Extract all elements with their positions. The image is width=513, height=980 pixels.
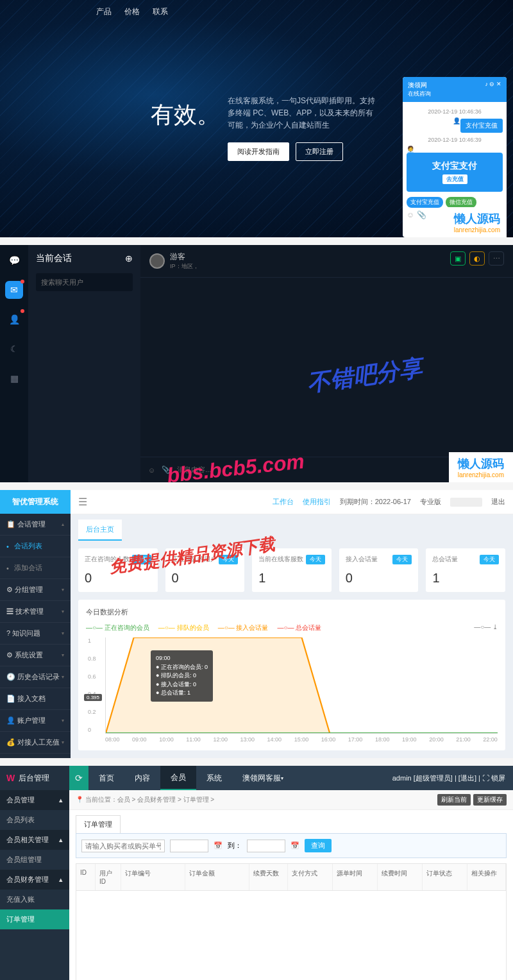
calendar-icon[interactable]: 📅 <box>290 841 299 850</box>
menu-docs[interactable]: 📄 接入文档 <box>0 688 71 710</box>
user-icon[interactable]: 👤 <box>5 310 23 328</box>
orders-tab[interactable]: 订单管理 <box>76 815 121 833</box>
action-button[interactable]: ▣ <box>450 251 466 266</box>
search-input[interactable] <box>36 273 133 291</box>
expire-label: 到期时间：2022-06-17 <box>340 497 411 507</box>
hero-description: 在线客服系统，一句JS代码即插即用。支持多终端 PC、WEB、APP，以及未来的… <box>228 95 375 132</box>
buyer-search-input[interactable] <box>81 840 165 852</box>
message-input[interactable]: 消息内容... <box>177 465 211 475</box>
quick-tag-wechat[interactable]: 微信充值 <box>446 197 476 208</box>
menu-group[interactable]: ⚙ 分组管理▾ <box>0 579 71 601</box>
side-member-list[interactable]: 会员列表 <box>0 810 69 830</box>
brand-watermark: 懒人源码 lanrenzhijia.com <box>449 452 513 482</box>
action-button[interactable]: ◐ <box>469 251 485 266</box>
chat-main: 游客 IP：地区， ▣ ◐ ⋯ ☺ 📎 消息内容... 不错吧分享 <box>140 245 513 482</box>
sidebar-title: 当前会话 <box>36 253 72 264</box>
system-logo: 智优管理系统 <box>0 490 71 514</box>
pay-link[interactable]: 去充值 <box>442 174 467 184</box>
calendar-icon[interactable]: 📅 <box>214 841 223 850</box>
side-group-member[interactable]: 会员管理▴ <box>0 790 69 810</box>
workbench-link[interactable]: 工作台 <box>273 497 294 507</box>
menu-session[interactable]: 📋 会话管理▴ <box>0 514 71 536</box>
col-renewtime: 续费时间 <box>378 864 423 890</box>
read-guide-button[interactable]: 阅读开发指南 <box>228 142 289 161</box>
admin-logo: W 后台管理 <box>0 766 69 790</box>
refresh-icon[interactable]: ⟳ <box>69 766 88 790</box>
stat-value: 0 <box>346 571 412 586</box>
menu-account[interactable]: 👤 账户管理▾ <box>0 710 71 732</box>
user-avatar-icon: 👤 <box>453 117 460 124</box>
col-actions: 相关操作 <box>467 864 506 890</box>
dashboard-tab[interactable]: 后台主页 <box>78 520 122 541</box>
nav-product[interactable]: 产品 <box>96 6 112 17</box>
admin-sidebar: 会员管理▴ 会员列表 会员相关管理▴ 会员组管理 会员财务管理▴ 充值入账 订单… <box>0 790 69 980</box>
side-recharge[interactable]: 充值入账 <box>0 890 69 909</box>
side-orders[interactable]: 订单管理 <box>0 909 69 929</box>
attach-icon[interactable]: 📎 <box>162 466 171 474</box>
nav-content[interactable]: 内容 <box>124 766 160 790</box>
menu-faq[interactable]: ? 知识问题▾ <box>0 623 71 645</box>
side-group-mgmt[interactable]: 会员组管理 <box>0 850 69 870</box>
menu-toggle-icon[interactable]: ☰ <box>78 496 87 508</box>
stat-value: 1 <box>432 571 499 586</box>
stat-card: 正在咨询的人数今天0 <box>78 548 158 592</box>
logout-link[interactable]: 退出 <box>491 497 505 507</box>
nav-system[interactable]: 系统 <box>196 766 232 790</box>
emoji-icon[interactable]: ☺ <box>148 466 155 474</box>
date-to-input[interactable] <box>247 840 285 852</box>
y-hover-badge: 0.395 <box>84 694 102 701</box>
menu-session-add[interactable]: 添加会话 <box>0 557 71 579</box>
nav-home[interactable]: 首页 <box>88 766 124 790</box>
edition-badge: 专业版 <box>420 497 441 507</box>
menu-recharge[interactable]: 💰 对接人工充值▾ <box>0 732 71 754</box>
date-from-input[interactable] <box>170 840 208 852</box>
register-button[interactable]: 立即注册 <box>296 142 343 161</box>
side-group-related[interactable]: 会员相关管理▴ <box>0 830 69 850</box>
nav-service[interactable]: 澳领网客服 ▾ <box>232 766 294 790</box>
guide-link[interactable]: 使用指引 <box>303 497 331 507</box>
table-header: ID 用户ID 订单编号 订单金额 续费天数 支付方式 源单时间 续费时间 订单… <box>76 864 506 891</box>
stat-label: 总会话量 <box>432 555 458 564</box>
chat-window-controls[interactable]: ♪ ⊖ ✕ <box>485 81 501 98</box>
stat-badge: 今天 <box>219 555 238 564</box>
menu-settings[interactable]: ⚙ 系统设置▾ <box>0 645 71 666</box>
user-placeholder <box>450 498 482 507</box>
col-status: 订单状态 <box>423 864 467 890</box>
menu-tech[interactable]: ☰ 技术管理▾ <box>0 601 71 623</box>
quick-tag-alipay[interactable]: 支付宝充值 <box>407 197 443 208</box>
hero-headline: 有效。 <box>151 99 220 131</box>
chart-legend: 正在咨询的会员 排队的会员 接入会话量 总会话量 ⤓ <box>86 623 498 632</box>
add-session-icon[interactable]: ⊕ <box>125 253 133 264</box>
download-icon[interactable]: ⤓ <box>474 623 498 632</box>
brand-name: 懒人源码 <box>458 456 504 471</box>
query-button[interactable]: 查询 <box>305 839 332 852</box>
stat-label: 正在排队的用户 <box>172 555 217 564</box>
filter-bar: 📅 到： 📅 查询 <box>76 833 507 858</box>
chat-admin-panel: 💬 ✉ 👤 ☾ ▦ 当前会话 ⊕ 游客 IP：地区， ▣ ◐ ⋯ <box>0 245 513 482</box>
pay-card[interactable]: 支付宝支付 去充值 <box>407 153 503 192</box>
more-icon[interactable]: ⋯ <box>489 251 504 266</box>
stat-label: 当前在线客服数 <box>258 555 303 564</box>
breadcrumb: 📍 当前位置：会员 > 会员财务管理 > 订单管理 > 刷新当前 更新缓存 <box>69 790 513 810</box>
side-group-finance[interactable]: 会员财务管理▴ <box>0 870 69 890</box>
logo-icon: W <box>6 773 15 783</box>
chat-title: 澳领网 <box>408 81 431 90</box>
table-body-empty <box>76 891 506 980</box>
menu-history[interactable]: 🕘 历史会话记录▾ <box>0 666 71 688</box>
user-info[interactable]: admin [超级管理员] | [退出] | ⛶ 锁屏 <box>392 773 513 783</box>
brand-name: 懒人源码 <box>454 211 500 226</box>
message-icon[interactable]: ✉ <box>5 281 23 299</box>
moon-icon[interactable]: ☾ <box>5 340 23 358</box>
management-panel: 智优管理系统 📋 会话管理▴ 会话列表 添加会话 ⚙ 分组管理▾ ☰ 技术管理▾… <box>0 490 513 758</box>
orders-table: ID 用户ID 订单编号 订单金额 续费天数 支付方式 源单时间 续费时间 订单… <box>76 863 507 980</box>
chat-bubble-icon[interactable]: 💬 <box>5 251 23 269</box>
refresh-current-button[interactable]: 刷新当前 <box>437 794 471 806</box>
nav-price[interactable]: 价格 <box>124 6 140 17</box>
nav-member[interactable]: 会员 <box>160 766 196 790</box>
stat-badge: 今天 <box>132 555 151 564</box>
grid-icon[interactable]: ▦ <box>5 369 23 387</box>
update-cache-button[interactable]: 更新缓存 <box>473 794 507 806</box>
menu-session-list[interactable]: 会话列表 <box>0 536 71 557</box>
chat-subtitle: 在线咨询 <box>408 90 431 98</box>
nav-contact[interactable]: 联系 <box>153 6 168 17</box>
